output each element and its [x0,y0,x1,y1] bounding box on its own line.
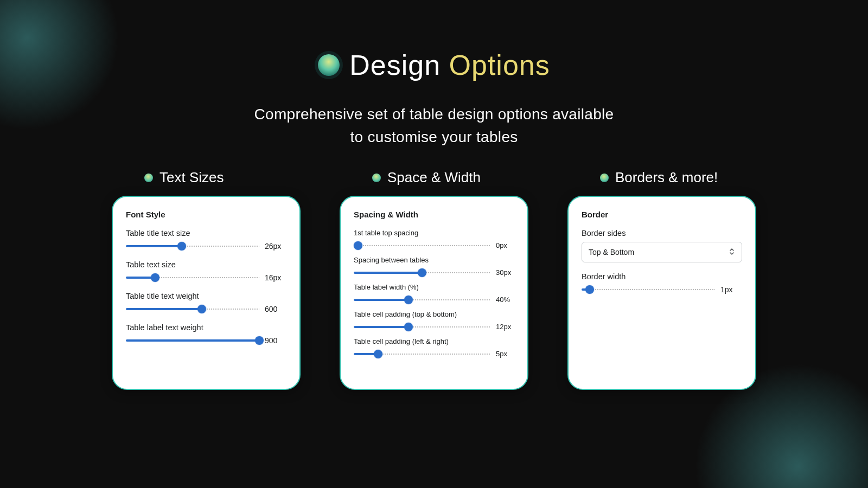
setting-label: Table title text size [126,229,286,237]
slider-value: 40% [496,296,514,304]
card-font-style: Font Style Table title text size 26px Ta… [112,196,301,390]
card-heading-border: Border [582,210,742,219]
setting-table-label-text-weight: Table label text weight 900 [126,323,286,345]
setting-border-sides: Border sides Top & Bottom [582,229,742,262]
slider-table-label-text-weight[interactable] [126,337,259,344]
slider-value: 12px [496,323,514,331]
setting-label: Table text size [126,260,286,269]
slider-border-width[interactable] [582,286,715,293]
slider-value: 600 [265,305,286,313]
slider-value: 0px [496,241,514,249]
setting-table-title-text-size: Table title text size 26px [126,229,286,251]
setting-spacing-between-tables: Spacing between tables 30px [354,256,514,277]
slider-table-label-width[interactable] [354,296,490,304]
setting-label: Table label width (%) [354,283,514,291]
column-text-sizes: Text Sizes Font Style Table title text s… [112,169,301,390]
page-subtitle: Comprehensive set of table design option… [0,103,868,149]
setting-label: Border sides [582,229,742,237]
border-sides-select[interactable]: Top & Bottom [582,242,742,262]
setting-cell-padding-tb: Table cell padding (top & bottom) 12px [354,310,514,331]
orb-icon [600,174,609,182]
orb-icon [144,174,153,182]
slider-table-text-size[interactable] [126,274,259,281]
slider-table-title-text-weight[interactable] [126,305,259,313]
setting-label: Border width [582,272,742,281]
column-title-space-width: Space & Width [387,169,481,186]
orb-icon [372,174,381,182]
setting-table-text-size: Table text size 16px [126,260,286,282]
page-title: Design Options [349,49,550,81]
column-borders: Borders & more! Border Border sides Top … [567,169,756,390]
subtitle-line-1: Comprehensive set of table design option… [254,106,614,123]
slider-table-title-text-size[interactable] [126,242,259,250]
setting-table-label-width: Table label width (%) 40% [354,283,514,304]
slider-first-table-top-spacing[interactable] [354,242,490,249]
slider-cell-padding-tb[interactable] [354,323,490,331]
setting-label: Table label text weight [126,323,286,332]
title-accent: Options [449,49,550,81]
slider-cell-padding-lr[interactable] [354,350,490,358]
column-space-width: Space & Width Spacing & Width 1st table … [340,169,528,390]
card-heading-spacing-width: Spacing & Width [354,210,514,219]
orb-icon [318,54,340,76]
slider-value: 30px [496,268,514,277]
setting-cell-padding-lr: Table cell padding (left & right) 5px [354,337,514,358]
slider-value: 26px [265,242,286,251]
select-value: Top & Bottom [589,248,634,256]
card-border: Border Border sides Top & Bottom Border … [567,196,756,390]
setting-label: Table cell padding (left & right) [354,337,514,345]
chevron-updown-icon [729,247,735,258]
slider-value: 1px [720,285,742,294]
slider-spacing-between-tables[interactable] [354,269,490,277]
setting-label: Spacing between tables [354,256,514,264]
setting-border-width: Border width 1px [582,272,742,294]
column-title-borders: Borders & more! [615,169,718,186]
setting-first-table-top-spacing: 1st table top spacing 0px [354,229,514,249]
card-spacing-width: Spacing & Width 1st table top spacing 0p… [340,196,528,390]
setting-label: Table title text weight [126,292,286,300]
slider-value: 16px [265,273,286,282]
slider-value: 900 [265,336,286,345]
subtitle-line-2: to customise your tables [350,129,518,145]
card-heading-font-style: Font Style [126,210,286,219]
setting-table-title-text-weight: Table title text weight 600 [126,292,286,313]
slider-value: 5px [496,350,514,358]
title-main: Design [349,49,441,81]
setting-label: Table cell padding (top & bottom) [354,310,514,318]
hero-section: Design Options Comprehensive set of tabl… [0,0,868,149]
setting-label: 1st table top spacing [354,229,514,237]
column-title-text-sizes: Text Sizes [159,169,224,186]
